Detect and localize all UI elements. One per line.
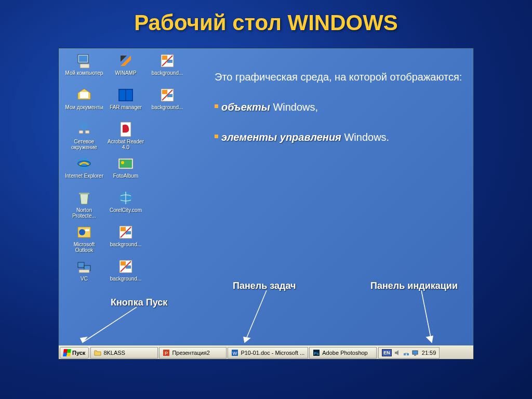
svg-point-21: [78, 157, 90, 170]
callout-start: Кнопка Пуск: [111, 297, 167, 308]
svg-marker-54: [395, 350, 398, 355]
svg-rect-2: [80, 64, 89, 68]
desktop-icon-my-computer[interactable]: Мой компьютер: [64, 52, 104, 85]
tray-vol-icon[interactable]: [394, 349, 401, 356]
desktop-icon-far-manager[interactable]: FAR manager: [105, 87, 146, 119]
desktop-icon-vc[interactable]: VC: [64, 258, 104, 290]
desktop-icon-network[interactable]: Сетевое окружение: [64, 121, 104, 153]
pdf-icon: [117, 121, 134, 138]
svg-line-44: [245, 290, 267, 342]
far-icon: [117, 87, 134, 103]
icon-label: Acrobat Reader 4.0: [106, 139, 145, 150]
desktop-icon-acrobat[interactable]: Acrobat Reader 4.0: [105, 121, 146, 153]
icon-label: Мои документы: [65, 104, 103, 110]
svg-rect-9: [80, 92, 88, 98]
desktop-icon-corelcity[interactable]: CorelCity.com: [105, 190, 146, 222]
slide-body: Это графическая среда, на которой отобра…: [215, 69, 463, 159]
bullet-square-icon: [215, 135, 218, 138]
icon-label: background...: [152, 104, 183, 110]
task-word[interactable]: WP10-01.doc - Microsoft ...: [228, 347, 308, 358]
icon-label: Norton Protecte...: [64, 207, 104, 219]
desktop-icon-background1[interactable]: background...: [147, 52, 188, 85]
svg-rect-18: [79, 130, 83, 134]
windows-flag-icon: [63, 349, 71, 356]
icon-label: CorelCity.com: [110, 207, 142, 213]
word-icon: W: [231, 349, 238, 356]
photo-icon: [117, 155, 134, 172]
language-indicator[interactable]: EN: [382, 349, 392, 356]
svg-rect-6: [162, 56, 167, 60]
desktop-icon-ie[interactable]: Internet Explorer: [64, 155, 104, 188]
icon-label: FAR manager: [110, 104, 142, 110]
icon-label: FotoAlbum: [113, 173, 138, 179]
svg-rect-14: [162, 90, 167, 94]
icon-label: Microsoft Outlook: [64, 242, 104, 253]
svg-rect-56: [407, 353, 409, 355]
arrow-tray: [401, 290, 442, 345]
svg-point-29: [79, 229, 85, 235]
ie-icon: [76, 155, 92, 172]
icon-label: background...: [152, 70, 183, 76]
desktop-icon-norton[interactable]: Norton Protecte...: [64, 190, 104, 222]
desktop-icon-background4[interactable]: background...: [105, 258, 146, 290]
desktop-icon-my-documents[interactable]: Мои документы: [64, 87, 104, 119]
icon-label: background...: [110, 242, 142, 247]
task-label: Adobe Photoshop: [322, 350, 367, 356]
slide-title: Рабочий стол WINDOWS: [0, 0, 532, 41]
desktop-icon-outlook[interactable]: Microsoft Outlook: [64, 224, 104, 256]
winamp-icon: [117, 52, 134, 69]
task-present[interactable]: PПрезентация2: [159, 347, 227, 358]
bullet-1: элементы управления Windows.: [215, 129, 463, 145]
paint-icon: [117, 224, 134, 241]
icon-label: VC: [81, 276, 88, 282]
task-photoshop[interactable]: PsAdobe Photoshop: [309, 347, 377, 358]
svg-rect-24: [119, 159, 132, 168]
svg-marker-43: [81, 337, 87, 342]
callout-tray: Панель индикации: [370, 281, 458, 291]
svg-text:W: W: [233, 351, 237, 356]
desktop-icon-background2[interactable]: background...: [147, 87, 188, 119]
tray-disp-icon[interactable]: [411, 349, 419, 356]
desktop-icon-winamp[interactable]: WINAMP: [105, 52, 146, 85]
svg-rect-12: [126, 90, 132, 100]
svg-line-42: [83, 307, 137, 342]
paint-icon: [159, 87, 176, 103]
computer-icon: [76, 52, 92, 69]
svg-rect-37: [79, 270, 89, 273]
callout-taskbar: Панель задач: [233, 281, 296, 291]
task-8klass[interactable]: 8KLASS: [90, 347, 158, 358]
arrow-start: [79, 307, 142, 345]
svg-point-17: [81, 123, 88, 130]
task-label: 8KLASS: [103, 350, 125, 356]
icon-label: background...: [110, 276, 142, 282]
tray-net-icon[interactable]: [403, 349, 410, 356]
globe-icon: [117, 190, 134, 206]
svg-rect-59: [414, 355, 416, 356]
bullet-rest: Windows.: [341, 131, 389, 143]
svg-line-46: [421, 290, 432, 342]
outlook-icon: [76, 224, 92, 241]
icon-label: Мой компьютер: [65, 70, 103, 76]
ppt-icon: P: [163, 349, 170, 356]
ps-icon: Ps: [313, 349, 320, 356]
icon-label: Internet Explorer: [65, 173, 103, 179]
bullet-0: объекты Windows,: [215, 99, 463, 115]
arrow-taskbar: [241, 290, 282, 345]
svg-rect-11: [119, 90, 125, 100]
task-label: Презентация2: [172, 350, 210, 356]
svg-point-25: [121, 161, 124, 164]
start-button[interactable]: Пуск: [60, 347, 89, 358]
bin-icon: [76, 190, 92, 206]
folder-icon: [94, 349, 101, 356]
desktop-icon-fotoalbum[interactable]: FotoAlbum: [105, 155, 146, 188]
system-tray[interactable]: EN 21:59: [378, 347, 440, 358]
clock: 21:59: [422, 350, 436, 356]
bullet-square-icon: [215, 104, 218, 108]
icon-label: WINAMP: [115, 70, 136, 76]
intro-text: Это графическая среда, на которой отобра…: [215, 69, 463, 85]
desktop-icon-background3[interactable]: background...: [105, 224, 146, 256]
svg-rect-35: [78, 262, 84, 268]
svg-text:P: P: [165, 351, 168, 356]
icon-label: Сетевое окружение: [64, 139, 104, 150]
paint-icon: [117, 258, 134, 275]
